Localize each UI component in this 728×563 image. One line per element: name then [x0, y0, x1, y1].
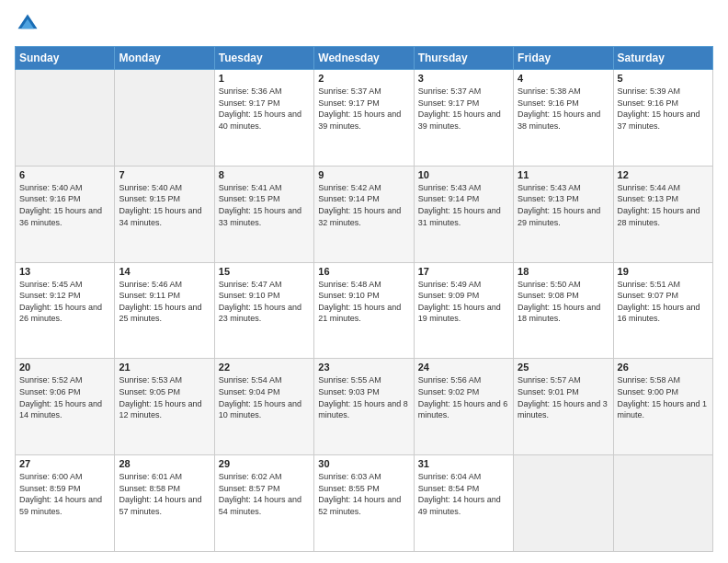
- day-number: 29: [219, 458, 310, 469]
- calendar-cell: 27Sunrise: 6:00 AMSunset: 8:59 PMDayligh…: [16, 455, 115, 552]
- day-info: Sunrise: 5:52 AMSunset: 9:06 PMDaylight:…: [19, 374, 110, 420]
- calendar-cell: 11Sunrise: 5:43 AMSunset: 9:13 PMDayligh…: [514, 166, 613, 262]
- calendar-cell: 22Sunrise: 5:54 AMSunset: 9:04 PMDayligh…: [214, 359, 313, 455]
- day-info: Sunrise: 5:37 AMSunset: 9:17 PMDaylight:…: [418, 86, 509, 132]
- calendar-cell: [115, 70, 214, 167]
- day-info: Sunrise: 5:58 AMSunset: 9:00 PMDaylight:…: [618, 374, 709, 420]
- day-info: Sunrise: 6:00 AMSunset: 8:59 PMDaylight:…: [19, 471, 110, 517]
- calendar-cell: 16Sunrise: 5:48 AMSunset: 9:10 PMDayligh…: [314, 262, 414, 359]
- day-number: 3: [418, 73, 509, 84]
- day-info: Sunrise: 5:43 AMSunset: 9:14 PMDaylight:…: [418, 182, 509, 228]
- calendar-cell: 8Sunrise: 5:41 AMSunset: 9:15 PMDaylight…: [214, 166, 313, 262]
- day-number: 12: [618, 169, 709, 180]
- day-info: Sunrise: 5:38 AMSunset: 9:16 PMDaylight:…: [518, 86, 609, 132]
- day-number: 16: [318, 266, 409, 277]
- day-number: 26: [618, 362, 709, 373]
- day-number: 15: [219, 266, 310, 277]
- day-info: Sunrise: 5:47 AMSunset: 9:10 PMDaylight:…: [219, 279, 310, 325]
- calendar-cell: 28Sunrise: 6:01 AMSunset: 8:58 PMDayligh…: [115, 455, 214, 552]
- calendar-cell: 26Sunrise: 5:58 AMSunset: 9:00 PMDayligh…: [613, 359, 712, 455]
- calendar-cell: 3Sunrise: 5:37 AMSunset: 9:17 PMDaylight…: [414, 70, 513, 167]
- calendar-cell: 23Sunrise: 5:55 AMSunset: 9:03 PMDayligh…: [314, 359, 414, 455]
- weekday-header: Thursday: [414, 47, 513, 70]
- day-number: 17: [418, 266, 509, 277]
- calendar-cell: 25Sunrise: 5:57 AMSunset: 9:01 PMDayligh…: [514, 359, 613, 455]
- day-info: Sunrise: 6:01 AMSunset: 8:58 PMDaylight:…: [119, 471, 210, 517]
- calendar-cell: [514, 455, 613, 552]
- day-info: Sunrise: 5:56 AMSunset: 9:02 PMDaylight:…: [418, 374, 509, 420]
- day-info: Sunrise: 6:02 AMSunset: 8:57 PMDaylight:…: [219, 471, 310, 517]
- calendar-cell: 15Sunrise: 5:47 AMSunset: 9:10 PMDayligh…: [214, 262, 313, 359]
- day-number: 8: [219, 169, 310, 180]
- day-info: Sunrise: 5:57 AMSunset: 9:01 PMDaylight:…: [518, 374, 609, 420]
- calendar-cell: 31Sunrise: 6:04 AMSunset: 8:54 PMDayligh…: [414, 455, 513, 552]
- calendar-header-row: SundayMondayTuesdayWednesdayThursdayFrid…: [16, 47, 713, 70]
- calendar-cell: 12Sunrise: 5:44 AMSunset: 9:13 PMDayligh…: [613, 166, 712, 262]
- calendar-week-row: 1Sunrise: 5:36 AMSunset: 9:17 PMDaylight…: [16, 70, 713, 167]
- calendar-cell: 18Sunrise: 5:50 AMSunset: 9:08 PMDayligh…: [514, 262, 613, 359]
- calendar-page: SundayMondayTuesdayWednesdayThursdayFrid…: [0, 0, 728, 563]
- logo-icon: [15, 11, 40, 37]
- logo: [15, 11, 44, 37]
- calendar-cell: 4Sunrise: 5:38 AMSunset: 9:16 PMDaylight…: [514, 70, 613, 167]
- day-number: 25: [518, 362, 609, 373]
- day-number: 10: [418, 169, 509, 180]
- day-number: 13: [19, 266, 110, 277]
- calendar-cell: 7Sunrise: 5:40 AMSunset: 9:15 PMDaylight…: [115, 166, 214, 262]
- day-number: 28: [119, 458, 210, 469]
- calendar-cell: 5Sunrise: 5:39 AMSunset: 9:16 PMDaylight…: [613, 70, 712, 167]
- calendar-cell: 29Sunrise: 6:02 AMSunset: 8:57 PMDayligh…: [214, 455, 313, 552]
- weekday-header: Sunday: [16, 47, 115, 70]
- calendar-cell: 19Sunrise: 5:51 AMSunset: 9:07 PMDayligh…: [613, 262, 712, 359]
- day-number: 6: [19, 169, 110, 180]
- day-number: 4: [518, 73, 609, 84]
- day-number: 31: [418, 458, 509, 469]
- day-number: 1: [219, 73, 310, 84]
- day-number: 23: [318, 362, 409, 373]
- day-info: Sunrise: 5:55 AMSunset: 9:03 PMDaylight:…: [318, 374, 409, 420]
- weekday-header: Friday: [514, 47, 613, 70]
- day-info: Sunrise: 6:04 AMSunset: 8:54 PMDaylight:…: [418, 471, 509, 517]
- day-number: 11: [518, 169, 609, 180]
- calendar-week-row: 27Sunrise: 6:00 AMSunset: 8:59 PMDayligh…: [16, 455, 713, 552]
- day-info: Sunrise: 5:44 AMSunset: 9:13 PMDaylight:…: [618, 182, 709, 228]
- day-number: 21: [119, 362, 210, 373]
- day-number: 9: [318, 169, 409, 180]
- calendar-cell: 24Sunrise: 5:56 AMSunset: 9:02 PMDayligh…: [414, 359, 513, 455]
- day-info: Sunrise: 5:40 AMSunset: 9:16 PMDaylight:…: [19, 182, 110, 228]
- day-number: 27: [19, 458, 110, 469]
- calendar-cell: 21Sunrise: 5:53 AMSunset: 9:05 PMDayligh…: [115, 359, 214, 455]
- day-info: Sunrise: 5:42 AMSunset: 9:14 PMDaylight:…: [318, 182, 409, 228]
- calendar-cell: 14Sunrise: 5:46 AMSunset: 9:11 PMDayligh…: [115, 262, 214, 359]
- day-number: 20: [19, 362, 110, 373]
- calendar-week-row: 13Sunrise: 5:45 AMSunset: 9:12 PMDayligh…: [16, 262, 713, 359]
- calendar-week-row: 20Sunrise: 5:52 AMSunset: 9:06 PMDayligh…: [16, 359, 713, 455]
- calendar-cell: 13Sunrise: 5:45 AMSunset: 9:12 PMDayligh…: [16, 262, 115, 359]
- day-number: 24: [418, 362, 509, 373]
- day-info: Sunrise: 5:45 AMSunset: 9:12 PMDaylight:…: [19, 279, 110, 325]
- day-info: Sunrise: 5:54 AMSunset: 9:04 PMDaylight:…: [219, 374, 310, 420]
- day-info: Sunrise: 6:03 AMSunset: 8:55 PMDaylight:…: [318, 471, 409, 517]
- calendar-cell: 2Sunrise: 5:37 AMSunset: 9:17 PMDaylight…: [314, 70, 414, 167]
- day-info: Sunrise: 5:40 AMSunset: 9:15 PMDaylight:…: [119, 182, 210, 228]
- day-number: 22: [219, 362, 310, 373]
- day-number: 14: [119, 266, 210, 277]
- calendar-cell: 20Sunrise: 5:52 AMSunset: 9:06 PMDayligh…: [16, 359, 115, 455]
- calendar-table: SundayMondayTuesdayWednesdayThursdayFrid…: [15, 46, 713, 552]
- day-number: 30: [318, 458, 409, 469]
- calendar-week-row: 6Sunrise: 5:40 AMSunset: 9:16 PMDaylight…: [16, 166, 713, 262]
- calendar-cell: 1Sunrise: 5:36 AMSunset: 9:17 PMDaylight…: [214, 70, 313, 167]
- day-info: Sunrise: 5:48 AMSunset: 9:10 PMDaylight:…: [318, 279, 409, 325]
- weekday-header: Wednesday: [314, 47, 414, 70]
- calendar-cell: 30Sunrise: 6:03 AMSunset: 8:55 PMDayligh…: [314, 455, 414, 552]
- weekday-header: Tuesday: [214, 47, 313, 70]
- calendar-cell: [16, 70, 115, 167]
- calendar-cell: 10Sunrise: 5:43 AMSunset: 9:14 PMDayligh…: [414, 166, 513, 262]
- day-info: Sunrise: 5:37 AMSunset: 9:17 PMDaylight:…: [318, 86, 409, 132]
- day-number: 7: [119, 169, 210, 180]
- day-number: 18: [518, 266, 609, 277]
- calendar-cell: 9Sunrise: 5:42 AMSunset: 9:14 PMDaylight…: [314, 166, 414, 262]
- header: [15, 11, 713, 37]
- day-info: Sunrise: 5:49 AMSunset: 9:09 PMDaylight:…: [418, 279, 509, 325]
- day-info: Sunrise: 5:41 AMSunset: 9:15 PMDaylight:…: [219, 182, 310, 228]
